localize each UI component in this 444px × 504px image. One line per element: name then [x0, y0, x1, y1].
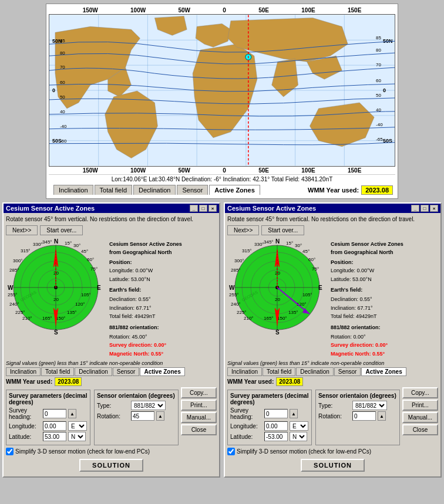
left-simplify-row: Simplify 3-D sensor motion (check for lo…	[6, 448, 179, 455]
svg-text:-60: -60	[60, 138, 67, 144]
left-solution-btn[interactable]: SOLUTION	[79, 459, 143, 472]
right-close-window-btn[interactable]: Close	[402, 424, 438, 435]
right-survey-group: Survey parameters (decimal degrees) Surv…	[227, 390, 312, 445]
left-simplify-checkbox[interactable]	[6, 448, 14, 455]
right-latitude-input[interactable]	[264, 432, 288, 441]
right-params-area: Survey parameters (decimal degrees) Surv…	[227, 387, 438, 456]
right-latitude-dir-select[interactable]: NS	[290, 432, 307, 441]
right-window-content: Rotate sensor 45° from vertical. No rest…	[225, 213, 440, 476]
right-nav-row: Next>> Start over...	[227, 225, 438, 235]
left-longitude-dir-select[interactable]: EW	[68, 421, 87, 431]
svg-text:50: 50	[60, 94, 65, 100]
right-type-row: Type: 881/882	[318, 401, 397, 410]
tab-sensor[interactable]: Sensor	[177, 185, 208, 195]
left-rotation-spin-up[interactable]: ▲	[156, 411, 164, 421]
left-simplify-label: Simplify 3-D sensor motion (check for lo…	[15, 448, 150, 455]
svg-text:70: 70	[376, 62, 381, 67]
left-close-btn[interactable]: ×	[208, 205, 217, 212]
right-latitude-row: Latitude: NS	[230, 432, 309, 441]
svg-text:330°: 330°	[33, 242, 43, 247]
right-type-select[interactable]: 881/882	[352, 401, 387, 410]
svg-text:E: E	[97, 285, 101, 291]
svg-text:N: N	[275, 238, 280, 245]
svg-text:120°: 120°	[75, 302, 85, 307]
left-next-btn[interactable]: Next>>	[6, 225, 38, 235]
svg-text:W: W	[8, 285, 14, 291]
right-maximize-btn[interactable]: □	[421, 205, 429, 212]
left-print-btn[interactable]: Print...	[181, 400, 217, 411]
left-survey-heading-input[interactable]	[43, 409, 66, 418]
left-tab-activezones[interactable]: Active Zones	[140, 367, 184, 376]
left-manual-btn[interactable]: Manual...	[181, 412, 217, 423]
left-type-select[interactable]: 881/882	[131, 401, 166, 410]
svg-text:330°: 330°	[254, 242, 264, 247]
right-minimize-btn[interactable]: _	[411, 205, 419, 212]
left-params-area: Survey parameters (decimal degrees) Surv…	[6, 387, 217, 456]
left-wmm-label: WMM Year used:	[6, 378, 52, 385]
right-survey-heading-input[interactable]	[264, 409, 288, 418]
right-tab-activezones[interactable]: Active Zones	[361, 367, 406, 376]
right-solution-btn[interactable]: SOLUTION	[301, 459, 365, 472]
right-longitude-input[interactable]	[264, 421, 288, 431]
svg-text:240°: 240°	[9, 302, 19, 307]
left-latitude-input[interactable]	[43, 432, 66, 441]
left-tab-inclination[interactable]: Inclination	[6, 367, 41, 376]
svg-text:N: N	[54, 238, 58, 245]
right-simplify-row: Simplify 3-D sensor motion (check for lo…	[227, 448, 400, 455]
right-heading-spin-up[interactable]: ▲	[290, 409, 298, 418]
right-tab-sensor[interactable]: Sensor	[334, 367, 361, 376]
left-maximize-btn[interactable]: □	[199, 205, 207, 212]
left-tab-declination[interactable]: Declination	[75, 367, 112, 376]
svg-text:S: S	[54, 329, 58, 336]
left-rotation-row: Rotation: ▲	[97, 411, 176, 421]
right-params-section: Survey parameters (decimal degrees) Surv…	[227, 390, 400, 445]
right-tab-totalfield[interactable]: Total field	[263, 367, 295, 376]
right-simplify-checkbox[interactable]	[227, 448, 235, 455]
left-longitude-input[interactable]	[43, 421, 66, 431]
wmm-year-value: 2023.08	[361, 185, 393, 195]
right-print-btn[interactable]: Print...	[402, 400, 438, 411]
left-minimize-btn[interactable]: _	[190, 205, 198, 212]
tab-inclination[interactable]: Inclination	[53, 185, 93, 195]
right-window-title: Cesium Sensor Active Zones	[227, 205, 316, 212]
right-next-btn[interactable]: Next>>	[227, 225, 259, 235]
svg-text:-40: -40	[60, 124, 67, 129]
right-signal-note: Signal values (green) less than 15° indi…	[227, 360, 438, 366]
left-startover-btn[interactable]: Start over...	[40, 225, 83, 235]
left-heading-spin-up[interactable]: ▲	[68, 409, 76, 418]
svg-text:15°: 15°	[286, 241, 293, 246]
tab-declination[interactable]: Declination	[133, 185, 176, 195]
left-copy-btn[interactable]: Copy...	[181, 387, 217, 398]
svg-text:345°: 345°	[264, 239, 274, 245]
right-longitude-dir-select[interactable]: EW	[290, 421, 308, 431]
right-wmm-label: WMM Year used:	[227, 378, 274, 385]
right-rotation-input[interactable]	[352, 411, 376, 421]
right-tab-declination[interactable]: Declination	[296, 367, 333, 376]
left-latitude-dir-select[interactable]: NS	[68, 432, 86, 441]
left-tab-totalfield[interactable]: Total field	[41, 367, 74, 376]
svg-text:15°: 15°	[65, 241, 72, 246]
svg-text:75°: 75°	[90, 266, 97, 272]
svg-text:S: S	[275, 329, 280, 336]
left-header-text: Rotate sensor 45° from vertical. No rest…	[6, 215, 217, 223]
right-copy-btn[interactable]: Copy...	[402, 387, 438, 398]
top-map-section: 150W 100W 50W 0 50E 100E 150E	[46, 4, 398, 199]
tab-totalfield[interactable]: Total field	[95, 185, 132, 195]
right-manual-btn[interactable]: Manual...	[402, 412, 438, 423]
right-tab-inclination[interactable]: Inclination	[227, 367, 262, 376]
left-close-window-btn[interactable]: Close	[181, 424, 217, 435]
right-rotation-spin-up[interactable]: ▲	[378, 411, 386, 421]
right-startover-btn[interactable]: Start over...	[261, 225, 304, 235]
wmm-label: WMM Year used:	[308, 187, 359, 194]
svg-text:20: 20	[275, 297, 280, 302]
left-nav-row: Next>> Start over...	[6, 225, 217, 235]
svg-text:345°: 345°	[42, 239, 52, 245]
left-params-section: Survey parameters (decimal degrees) Surv…	[6, 390, 179, 445]
tab-activezones[interactable]: Active Zones	[209, 185, 260, 195]
left-rotation-input[interactable]	[131, 411, 154, 421]
right-close-btn[interactable]: ×	[430, 205, 438, 212]
svg-text:315°: 315°	[242, 248, 252, 253]
wmm-year-box: WMM Year used: 2023.08	[308, 185, 393, 195]
left-tab-sensor[interactable]: Sensor	[113, 367, 140, 376]
svg-text:-65: -65	[376, 137, 383, 142]
